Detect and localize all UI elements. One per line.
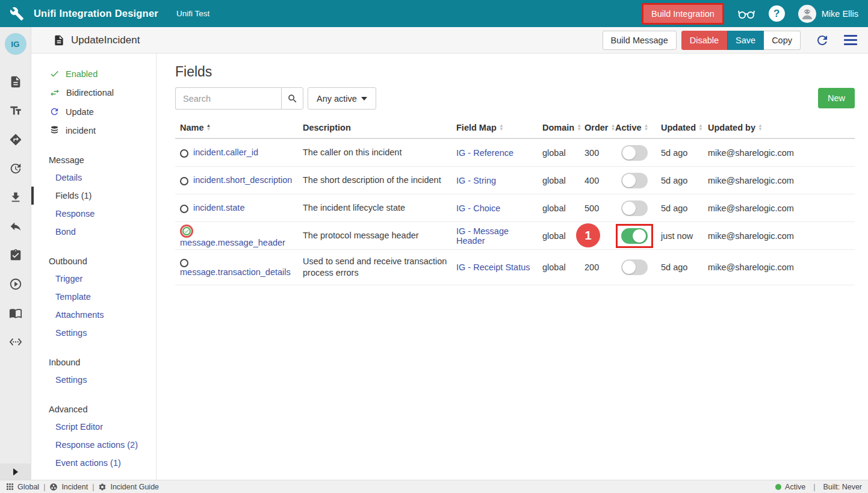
sidebar-item-bidirectional[interactable]: Bidirectional [31, 83, 156, 102]
field-map-link[interactable]: IG - Receipt Status [456, 262, 530, 272]
search-button[interactable] [281, 87, 303, 110]
field-map-link[interactable]: IG - Choice [456, 203, 500, 213]
user-menu[interactable]: Mike Ellis [798, 5, 858, 23]
menu-icon[interactable] [844, 35, 857, 45]
field-updated: just now [661, 231, 708, 241]
glasses-icon[interactable] [737, 5, 755, 23]
field-name-link[interactable]: incident.caller_id [193, 147, 258, 157]
status-bar: Global | Incident | Incident Guide Activ… [0, 480, 868, 493]
active-toggle[interactable] [621, 200, 648, 216]
field-map-link[interactable]: IG - String [456, 176, 496, 185]
page-title: Fields [175, 64, 855, 80]
context-incident[interactable]: Incident [49, 483, 88, 491]
active-toggle[interactable] [621, 173, 648, 188]
column-header-updated[interactable]: Updated▲▼ [661, 123, 708, 132]
sidebar-item-template[interactable]: Template [31, 288, 156, 306]
field-description: Used to send and receive transaction pro… [303, 256, 456, 279]
copy-button[interactable]: Copy [764, 31, 801, 50]
expand-arrow-icon [13, 468, 18, 476]
field-name-link[interactable]: incident.short_description [193, 175, 292, 185]
field-name-link[interactable]: incident.state [193, 203, 244, 212]
column-header-name[interactable]: Name▲▼ [175, 123, 303, 132]
sidebar-item-inbound-settings[interactable]: Settings [31, 371, 156, 389]
save-button[interactable]: Save [727, 31, 764, 50]
disable-button[interactable]: Disable [681, 31, 727, 50]
directions-icon[interactable] [8, 132, 23, 147]
table-row-highlighted: message.message_header The protocol mess… [175, 222, 855, 250]
column-header-updated-by[interactable]: Updated by▲▼ [708, 123, 855, 132]
section-title-message: Message [31, 152, 156, 169]
table-row: incident.caller_id The caller on this in… [175, 139, 855, 167]
document-icon[interactable] [8, 75, 23, 89]
field-domain: global [542, 203, 584, 213]
column-header-active[interactable]: Active▲▼ [615, 123, 661, 132]
play-circle-icon[interactable] [8, 277, 23, 291]
field-description: The protocol message header [303, 230, 456, 241]
text-fields-icon[interactable] [8, 104, 23, 118]
field-updated-by: mike@sharelogic.com [708, 262, 855, 272]
field-updated: 5d ago [661, 148, 708, 158]
book-icon[interactable] [8, 306, 23, 320]
sidebar-item-script-editor[interactable]: Script Editor [31, 418, 156, 436]
column-header-order[interactable]: Order▲▼ [584, 123, 615, 132]
field-map-link[interactable]: IG - Reference [456, 148, 513, 158]
sidebar-item-outbound-settings[interactable]: Settings [31, 324, 156, 342]
record-title: UpdateIncident [71, 34, 140, 46]
sidebar-item-details[interactable]: Details [31, 169, 156, 187]
field-description: The incident lifecycle state [303, 202, 456, 214]
status-active-label: Active [785, 483, 805, 491]
app-title: Unifi Integration Designer [34, 8, 158, 19]
search-input[interactable] [175, 87, 281, 110]
sidebar-item-trigger[interactable]: Trigger [31, 270, 156, 288]
build-integration-button[interactable]: Build Integration [642, 3, 724, 25]
active-filter-dropdown[interactable]: Any active [308, 87, 376, 110]
field-domain: global [542, 176, 584, 185]
active-toggle[interactable] [621, 145, 648, 161]
sidebar-item-update[interactable]: Update [31, 102, 156, 121]
column-header-field-map[interactable]: Field Map▲▼ [456, 123, 542, 132]
built-label: Built: Never [823, 483, 862, 491]
sidebar-nav: Enabled Bidirectional Update incident Me… [31, 54, 157, 480]
active-toggle[interactable] [621, 228, 648, 244]
column-header-domain[interactable]: Domain▲▼ [542, 123, 584, 132]
field-description: The short description of the incident [303, 175, 456, 186]
new-button[interactable]: New [818, 88, 855, 108]
fields-table: Name▲▼ Description Field Map▲▼ Domain▲▼ … [175, 123, 855, 285]
table-row: message.transaction_details Used to send… [175, 250, 855, 285]
help-icon[interactable]: ? [769, 5, 785, 22]
user-avatar [798, 5, 816, 23]
active-check-icon [180, 225, 193, 238]
assignment-check-icon[interactable] [8, 248, 23, 262]
field-map-link[interactable]: IG - Message Header [456, 226, 509, 246]
sidebar-item-enabled[interactable]: Enabled [31, 64, 156, 83]
workspace-name[interactable]: Unifi Test [176, 9, 209, 18]
sidebar-item-response[interactable]: Response [31, 205, 156, 223]
update-icon[interactable] [8, 161, 23, 176]
sidebar-item-fields[interactable]: Fields (1) [31, 187, 156, 205]
sidebar-expand-button[interactable] [0, 464, 31, 480]
context-incident-guide[interactable]: Incident Guide [98, 483, 159, 491]
field-order: 200 [584, 262, 615, 272]
refresh-icon[interactable] [815, 33, 829, 48]
status-dot-icon [775, 484, 781, 490]
table-row: incident.state The incident lifecycle st… [175, 194, 855, 222]
build-message-button[interactable]: Build Message [603, 31, 677, 50]
section-title-outbound: Outbound [31, 253, 156, 270]
sidebar-item-event-actions[interactable]: Event actions (1) [31, 454, 156, 472]
active-toggle[interactable] [621, 259, 648, 275]
context-global[interactable]: Global [6, 483, 39, 491]
field-name-link[interactable]: message.transaction_details [180, 267, 291, 277]
column-header-description[interactable]: Description [303, 123, 456, 132]
integration-avatar[interactable]: IG [5, 33, 26, 55]
top-bar: Unifi Integration Designer Unifi Test Bu… [0, 0, 868, 27]
sidebar-item-response-actions[interactable]: Response actions (2) [31, 436, 156, 454]
sidebar-item-incident[interactable]: incident [31, 121, 156, 140]
reply-icon[interactable] [8, 219, 23, 234]
field-name-link[interactable]: message.message_header [180, 238, 285, 247]
check-icon [49, 69, 60, 79]
sidebar-item-bond[interactable]: Bond [31, 223, 156, 241]
sidebar-item-attachments[interactable]: Attachments [31, 306, 156, 324]
annotation-step-badge: 1 [576, 223, 600, 247]
download-icon[interactable] [8, 190, 23, 205]
code-icon[interactable] [8, 335, 23, 349]
